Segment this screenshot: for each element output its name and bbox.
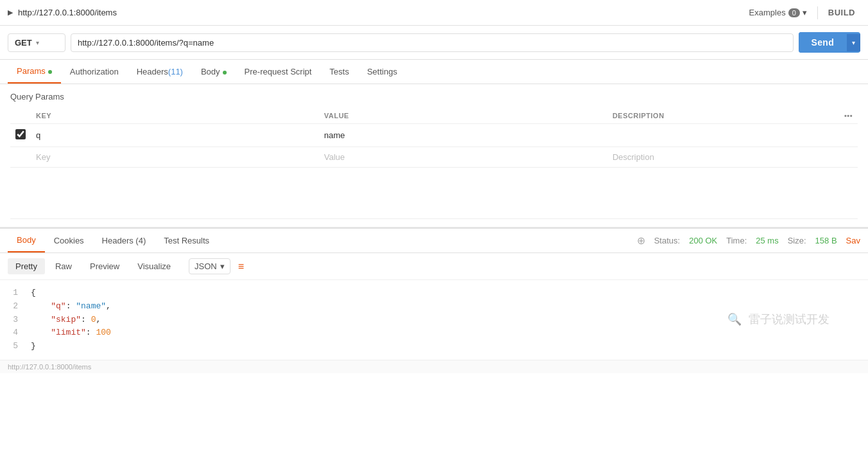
line-number-3: 3: [8, 314, 18, 327]
url-input-wrapper: [71, 33, 794, 52]
response-tabs-bar: Body Cookies Headers (4) Test Results ⊕ …: [0, 229, 868, 253]
globe-icon: ⊕: [637, 234, 645, 247]
table-row: q name: [10, 124, 858, 147]
placeholder-key[interactable]: Key: [31, 147, 319, 168]
query-params-title: Query Params: [10, 92, 858, 102]
code-line-4: "limit": 100: [31, 326, 863, 340]
build-button[interactable]: BUILD: [823, 5, 860, 20]
code-line-1: {: [31, 287, 863, 300]
method-dropdown-arrow-icon: ▾: [36, 39, 39, 46]
param-key[interactable]: q: [31, 124, 319, 147]
line-number-5: 5: [8, 340, 18, 353]
tab-body[interactable]: Body: [192, 60, 236, 83]
code-area: 1 2 3 4 5 { "q": "name", "skip": 0, "lim…: [0, 280, 868, 360]
save-button[interactable]: Sav: [846, 236, 860, 245]
tab-headers[interactable]: Headers(11): [128, 60, 192, 83]
col-actions: •••: [839, 108, 858, 124]
request-tabs-bar: Params Authorization Headers(11) Body Pr…: [0, 60, 868, 84]
wrap-icon[interactable]: ≡: [238, 261, 244, 272]
format-dropdown-arrow-icon: ▾: [220, 261, 225, 271]
top-right-actions: Examples 0 ▾ BUILD: [744, 5, 860, 20]
tab-params[interactable]: Params: [8, 60, 61, 84]
time-label: Time:: [726, 236, 747, 245]
tab-authorization[interactable]: Authorization: [61, 60, 128, 83]
method-selector[interactable]: GET ▾: [8, 33, 65, 52]
format-selector[interactable]: JSON ▾: [189, 258, 230, 274]
col-key: KEY: [31, 108, 319, 124]
line-number-2: 2: [8, 300, 18, 314]
url-bar: ▶ http://127.0.0.1:8000/items Examples 0…: [0, 0, 868, 26]
params-table: KEY VALUE DESCRIPTION ••• q name Key Val…: [10, 108, 858, 219]
status-value: 200 OK: [689, 236, 717, 245]
collapse-arrow[interactable]: ▶: [8, 8, 13, 17]
line-numbers: 1 2 3 4 5: [0, 287, 26, 353]
param-description[interactable]: [607, 124, 839, 147]
resp-tab-visualize[interactable]: Visualize: [130, 258, 178, 274]
placeholder-description[interactable]: Description: [607, 147, 839, 168]
col-checkbox: [10, 108, 31, 124]
code-line-5: }: [31, 340, 863, 353]
send-button-group: Send ▾: [799, 32, 860, 53]
response-tab-body[interactable]: Body: [8, 229, 45, 252]
response-body-toolbar: Pretty Raw Preview Visualize JSON ▾ ≡: [0, 253, 868, 280]
bottom-url: http://127.0.0.1:8000/items: [8, 363, 91, 371]
body-dot: [223, 71, 227, 75]
tab-tests[interactable]: Tests: [320, 60, 358, 83]
resp-tab-pretty[interactable]: Pretty: [8, 258, 45, 274]
response-tab-cookies[interactable]: Cookies: [45, 229, 93, 252]
size-value: 158 B: [815, 236, 837, 245]
params-dot: [48, 70, 52, 74]
line-number-4: 4: [8, 326, 18, 340]
row-checkbox-cell: [10, 124, 31, 147]
spacer-row: [10, 168, 858, 219]
response-tab-test-results[interactable]: Test Results: [155, 229, 218, 252]
response-status-area: ⊕ Status: 200 OK Time: 25 ms Size: 158 B…: [637, 234, 860, 247]
placeholder-actions: [839, 147, 858, 168]
size-label: Size:: [788, 236, 806, 245]
code-line-2: "q": "name",: [31, 300, 863, 314]
tab-prerequest[interactable]: Pre-request Script: [236, 60, 321, 83]
request-line: GET ▾ Send ▾: [0, 26, 868, 60]
examples-label: Examples: [749, 8, 786, 17]
send-button[interactable]: Send: [799, 32, 847, 53]
col-value: VALUE: [319, 108, 607, 124]
bottom-status-bar: http://127.0.0.1:8000/items: [0, 360, 868, 373]
code-content: { "q": "name", "skip": 0, "limit": 100 }: [26, 287, 868, 353]
code-line-3: "skip": 0,: [31, 314, 863, 327]
status-label: Status:: [654, 236, 680, 245]
placeholder-checkbox-cell: [10, 147, 31, 168]
resp-tab-preview[interactable]: Preview: [82, 258, 127, 274]
table-row-placeholder: Key Value Description: [10, 147, 858, 168]
url-input[interactable]: [78, 38, 786, 48]
endpoint-url: http://127.0.0.1:8000/items: [18, 8, 744, 17]
examples-count: 0: [788, 8, 800, 17]
resp-tab-raw[interactable]: Raw: [48, 258, 80, 274]
param-row-actions[interactable]: [839, 124, 858, 147]
format-label: JSON: [195, 261, 217, 271]
line-number-1: 1: [8, 287, 18, 300]
time-value: 25 ms: [756, 236, 778, 245]
send-dropdown-button[interactable]: ▾: [847, 34, 860, 51]
response-tab-headers[interactable]: Headers (4): [93, 229, 155, 252]
examples-arrow-icon: ▾: [803, 8, 807, 17]
response-section: Body Cookies Headers (4) Test Results ⊕ …: [0, 227, 868, 360]
tab-settings[interactable]: Settings: [358, 60, 406, 83]
method-label: GET: [15, 38, 32, 48]
col-description: DESCRIPTION: [607, 108, 839, 124]
placeholder-value[interactable]: Value: [319, 147, 607, 168]
params-section: Query Params KEY VALUE DESCRIPTION ••• q…: [0, 84, 868, 227]
vertical-divider: [817, 6, 818, 19]
param-checkbox[interactable]: [15, 129, 26, 139]
param-value[interactable]: name: [319, 124, 607, 147]
examples-button[interactable]: Examples 0 ▾: [744, 5, 812, 20]
